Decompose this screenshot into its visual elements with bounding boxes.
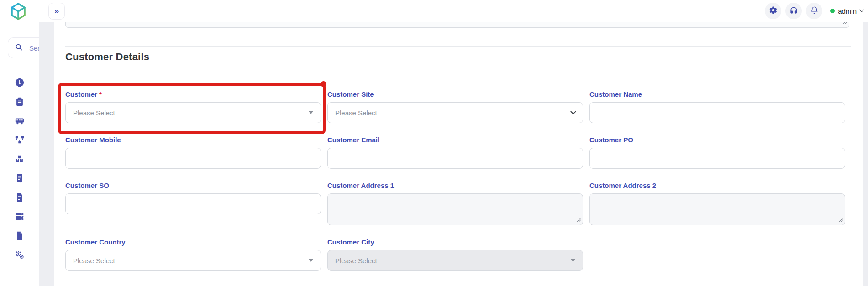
field-label: Customer PO (589, 136, 845, 144)
sidebar-expand-button[interactable]: » (48, 3, 65, 20)
field-customer-country: Customer Country Please Select (65, 238, 321, 271)
file-text-icon (15, 192, 25, 204)
gears-icon (15, 250, 25, 262)
sidebar-item-reports[interactable] (15, 232, 25, 242)
diagram-icon (15, 135, 25, 147)
customer-name-input[interactable] (589, 102, 845, 123)
field-customer-city: Customer City Please Select (327, 238, 583, 271)
headset-icon (789, 6, 798, 16)
field-customer-address-2: Customer Address 2 (589, 182, 845, 225)
sidebar-item-orders[interactable] (15, 98, 25, 108)
sidebar-item-settings[interactable] (15, 251, 25, 261)
customer-po-input[interactable] (589, 148, 845, 169)
notifications-button[interactable] (806, 3, 822, 19)
field-customer-address-1: Customer Address 1 (327, 182, 583, 225)
user-menu[interactable]: admin (830, 7, 863, 15)
customer-mobile-input[interactable] (65, 148, 321, 169)
customer-address-1-textarea (327, 193, 583, 225)
sidebar-item-workflow[interactable] (15, 136, 25, 146)
field-label: Customer Country (65, 238, 321, 246)
sidebar (0, 22, 39, 286)
bell-icon (810, 6, 819, 16)
search-icon (15, 43, 23, 53)
search-input[interactable] (28, 44, 39, 52)
field-customer-email: Customer Email (327, 136, 583, 169)
receipt-icon (15, 173, 25, 185)
field-customer-po: Customer PO (589, 136, 845, 169)
customer-country-select[interactable]: Please Select (65, 250, 321, 271)
field-customer-so: Customer SO (65, 182, 321, 225)
server-icon (15, 212, 25, 224)
settings-button[interactable] (765, 3, 781, 19)
sidebar-item-inventory[interactable] (15, 155, 25, 165)
field-label: Customer City (327, 238, 583, 246)
customer-so-input[interactable] (65, 193, 321, 214)
field-customer: Customer* Please Select (65, 90, 321, 123)
topbar-actions: admin (765, 3, 863, 19)
field-customer-mobile: Customer Mobile (65, 136, 321, 169)
notes-textarea-partial[interactable] (65, 22, 849, 28)
field-label: Customer Name (589, 90, 845, 99)
field-customer-site: Customer Site Please Select (327, 90, 583, 123)
clipboard-icon (15, 97, 25, 109)
customer-city-select: Please Select (327, 250, 583, 271)
customer-email-input[interactable] (327, 148, 583, 169)
field-label: Customer Address 1 (327, 182, 583, 190)
file-icon (15, 231, 25, 243)
boxes-icon (15, 154, 25, 166)
sidebar-item-billing[interactable] (15, 174, 25, 184)
main-content: Customer Details Customer* Please Select… (54, 22, 863, 286)
sidebar-item-download[interactable] (15, 78, 25, 88)
dropdown-caret-icon (571, 259, 575, 262)
support-button[interactable] (785, 3, 802, 19)
required-asterisk: * (99, 90, 102, 98)
field-label: Customer SO (65, 182, 321, 190)
field-label: Customer* (65, 90, 321, 99)
sidebar-search[interactable] (8, 37, 39, 58)
empty-cell (589, 238, 845, 271)
top-bar: » admin (0, 0, 868, 22)
field-label: Customer Email (327, 136, 583, 144)
sidebar-item-documents[interactable] (15, 193, 25, 203)
section-divider (65, 46, 851, 47)
sidebar-nav (0, 78, 39, 261)
customer-site-select[interactable]: Please Select (327, 102, 583, 123)
customer-details-form: Customer* Please Select Customer Site Pl… (65, 90, 845, 271)
download-circle-icon (15, 78, 25, 89)
annotation-pen-dot (321, 81, 326, 87)
sidebar-item-shipments[interactable] (15, 117, 25, 127)
section-title: Customer Details (65, 51, 149, 63)
dropdown-caret-icon (309, 111, 313, 114)
field-label: Customer Address 2 (589, 182, 845, 190)
customer-select[interactable]: Please Select (65, 102, 321, 123)
van-icon (15, 116, 25, 128)
chevron-down-icon (570, 109, 576, 114)
field-label: Customer Site (327, 90, 583, 99)
field-customer-name: Customer Name (589, 90, 845, 123)
dropdown-caret-icon (309, 259, 313, 262)
resize-handle-icon[interactable] (577, 216, 581, 224)
resize-handle-icon[interactable] (839, 216, 843, 224)
customer-address-2-textarea (589, 193, 845, 225)
field-label: Customer Mobile (65, 136, 321, 144)
app-logo-icon (9, 2, 27, 23)
gear-icon (769, 6, 778, 16)
chevron-down-icon (859, 7, 864, 12)
online-status-dot (830, 9, 835, 13)
sidebar-item-data[interactable] (15, 213, 25, 223)
user-name: admin (838, 7, 857, 15)
